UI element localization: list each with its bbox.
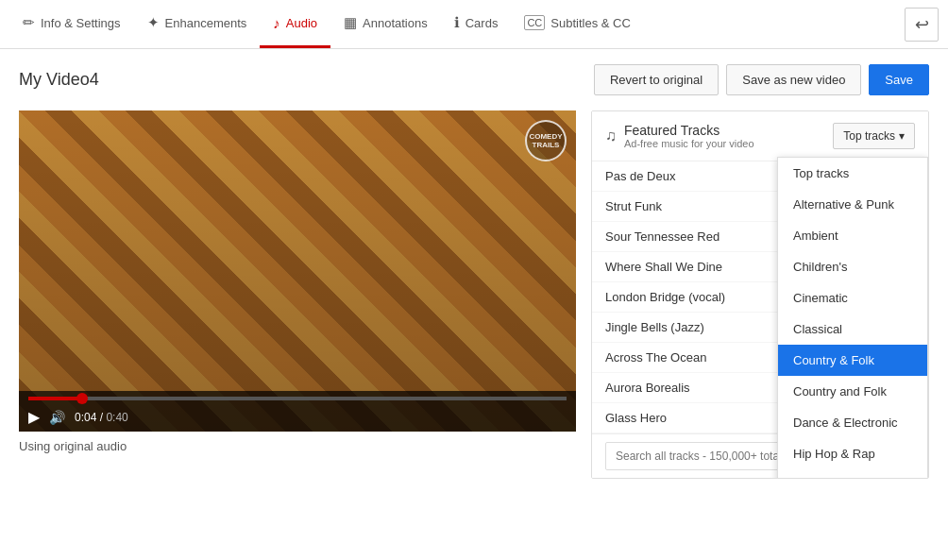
comedy-logo: COMEDYTRAILS [525, 120, 567, 161]
save-button[interactable]: Save [869, 64, 929, 95]
dropdown-item[interactable]: Cinematic [778, 282, 927, 314]
tab-info[interactable]: ✏ Info & Settings [9, 0, 134, 48]
volume-button[interactable]: 🔊 [49, 410, 65, 425]
info-icon: ℹ [454, 14, 460, 31]
genre-dropdown-menu: Top tracksAlternative & PunkAmbientChild… [777, 157, 928, 479]
dropdown-item[interactable]: Classical [778, 314, 927, 345]
controls-row: ▶ 🔊 0:04 / 0:40 [28, 408, 567, 426]
tab-enhancements-label: Enhancements [165, 16, 247, 30]
progress-thumb [76, 393, 88, 404]
annotation-icon: ▦ [344, 14, 357, 31]
tracks-header-text: Featured Tracks Ad-free music for your v… [624, 123, 833, 149]
back-icon: ↩ [915, 14, 929, 35]
page-content: My Video4 Revert to original Save as new… [0, 49, 948, 494]
top-navigation: ✏ Info & Settings ✦ Enhancements ♪ Audio… [0, 0, 948, 49]
revert-button[interactable]: Revert to original [594, 64, 719, 95]
main-layout: COMEDYTRAILS ▶ 🔊 0:04 / 0:40 [19, 110, 929, 479]
video-panel: COMEDYTRAILS ▶ 🔊 0:04 / 0:40 [19, 110, 576, 479]
genre-dropdown-button[interactable]: Top tracks ▾ [833, 123, 915, 149]
progress-bar[interactable] [28, 397, 567, 400]
page-header: My Video4 Revert to original Save as new… [19, 64, 929, 95]
dropdown-item[interactable]: Alternative & Punk [778, 189, 927, 220]
tab-info-label: Info & Settings [41, 16, 121, 30]
dropdown-label: Top tracks [843, 129, 895, 143]
tab-audio-label: Audio [286, 16, 317, 30]
video-background: COMEDYTRAILS [19, 110, 576, 432]
save-new-button[interactable]: Save as new video [726, 64, 861, 95]
back-button[interactable]: ↩ [905, 8, 939, 42]
video-controls: ▶ 🔊 0:04 / 0:40 [19, 391, 576, 432]
total-time: 0:40 [106, 411, 127, 424]
dropdown-item[interactable]: Dance & Electronic [778, 407, 927, 438]
dropdown-item[interactable]: Hip Hop & Rap [778, 438, 927, 469]
dropdown-item[interactable]: Holiday [778, 469, 927, 479]
chevron-down-icon: ▾ [899, 129, 905, 143]
pencil-icon: ✏ [23, 14, 35, 31]
music-icon: ♪ [273, 15, 280, 31]
tracks-panel: ♫ Featured Tracks Ad-free music for your… [591, 110, 929, 479]
audio-status: Using original audio [19, 439, 576, 453]
dropdown-item[interactable]: Country & Folk [778, 345, 927, 376]
tab-annotations-label: Annotations [363, 16, 428, 30]
video-player[interactable]: COMEDYTRAILS ▶ 🔊 0:04 / 0:40 [19, 110, 576, 432]
progress-fill [28, 397, 82, 400]
dropdown-item[interactable]: Children's [778, 251, 927, 282]
page-title: My Video4 [19, 70, 594, 90]
time-display: 0:04 / 0:40 [75, 411, 128, 424]
current-time: 0:04 [75, 411, 96, 424]
dropdown-item[interactable]: Top tracks [778, 158, 927, 189]
tab-cards[interactable]: ℹ Cards [441, 0, 512, 48]
sparkle-icon: ✦ [147, 14, 160, 31]
tab-enhancements[interactable]: ✦ Enhancements [134, 0, 261, 48]
tracks-subtitle: Ad-free music for your video [624, 138, 833, 149]
music-note-icon: ♫ [605, 127, 617, 144]
play-button[interactable]: ▶ [28, 408, 40, 426]
video-content: COMEDYTRAILS [19, 110, 576, 432]
tab-audio[interactable]: ♪ Audio [260, 0, 330, 48]
cc-icon: CC [524, 15, 545, 30]
tab-cards-label: Cards [466, 16, 499, 30]
tab-annotations[interactable]: ▦ Annotations [330, 0, 441, 48]
dropdown-item[interactable]: Country and Folk [778, 376, 927, 407]
tracks-header: ♫ Featured Tracks Ad-free music for your… [592, 111, 928, 161]
tab-subtitles[interactable]: CC Subtitles & CC [511, 0, 643, 48]
tracks-title: Featured Tracks [624, 123, 833, 138]
tab-subtitles-label: Subtitles & CC [550, 16, 631, 30]
header-actions: Revert to original Save as new video Sav… [594, 64, 929, 95]
dropdown-item[interactable]: Ambient [778, 220, 927, 251]
